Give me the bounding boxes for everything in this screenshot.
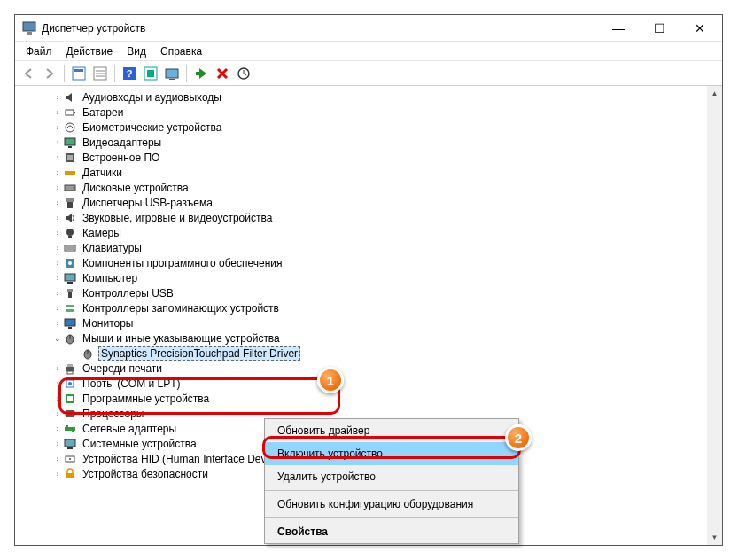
update-driver-button[interactable]: [162, 64, 182, 83]
menu-properties[interactable]: Свойства: [265, 520, 518, 543]
tree-item[interactable]: ›Очереди печати: [15, 361, 722, 376]
scroll-down-icon[interactable]: ▼: [707, 530, 722, 545]
menu-view[interactable]: Вид: [120, 43, 153, 59]
svg-rect-65: [66, 473, 74, 478]
menu-scan-hardware[interactable]: Обновить конфигурацию оборудования: [265, 493, 518, 516]
expand-icon[interactable]: ›: [52, 138, 63, 147]
expand-icon[interactable]: ›: [52, 439, 63, 448]
tree-item-label: Биометрические устройства: [81, 121, 223, 134]
svg-point-64: [69, 458, 71, 460]
tree-item[interactable]: ›Компоненты программного обеспечения: [15, 255, 722, 270]
app-icon: [22, 21, 36, 35]
minimize-button[interactable]: —: [598, 15, 639, 42]
tree-item[interactable]: ›Камеры: [15, 225, 722, 240]
svg-rect-36: [67, 289, 73, 292]
expand-icon[interactable]: ›: [52, 153, 63, 162]
scroll-up-icon[interactable]: ▲: [707, 86, 722, 101]
tree-item[interactable]: ›Порты (COM и LPT): [15, 376, 722, 391]
expand-icon[interactable]: ›: [52, 319, 63, 328]
expand-icon[interactable]: ›: [52, 424, 63, 433]
close-button[interactable]: ✕: [680, 15, 720, 42]
expand-icon[interactable]: ›: [52, 364, 63, 373]
tree-item[interactable]: ›Диспетчеры USB-разъема: [15, 195, 722, 210]
back-button[interactable]: [19, 64, 38, 83]
expand-icon[interactable]: ›: [52, 108, 63, 117]
tree-item[interactable]: ›Звуковые, игровые и видеоустройства: [15, 210, 722, 225]
tree-item[interactable]: ›Дисковые устройства: [15, 180, 722, 195]
toolbar: ?: [15, 61, 722, 86]
tree-item[interactable]: ›Компьютер: [15, 270, 722, 285]
expand-icon[interactable]: ›: [52, 289, 63, 298]
scan-hardware-button[interactable]: [234, 64, 253, 83]
tree-item-label: Процессоры: [81, 408, 146, 420]
expand-icon[interactable]: ⌄: [52, 334, 63, 343]
tree-item[interactable]: ›Видеоадаптеры: [15, 135, 722, 150]
properties-button[interactable]: [90, 64, 110, 83]
enable-button[interactable]: [191, 64, 211, 83]
expand-icon[interactable]: ›: [52, 394, 63, 403]
expand-icon[interactable]: ›: [52, 304, 63, 313]
menu-enable-device[interactable]: Включить устройство: [265, 442, 518, 465]
expand-icon[interactable]: ›: [52, 259, 63, 268]
tree-item[interactable]: ›Биометрические устройства: [15, 120, 722, 135]
tree-item[interactable]: ›Контроллеры запоминающих устройств: [15, 300, 722, 315]
svg-rect-19: [68, 146, 72, 148]
menu-update-driver[interactable]: Обновить драйвер: [265, 419, 518, 442]
forward-button[interactable]: [40, 64, 59, 83]
scrollbar[interactable]: ▲ ▼: [707, 86, 722, 545]
svg-rect-47: [67, 364, 73, 367]
menu-file[interactable]: Файл: [19, 43, 59, 59]
expand-icon[interactable]: ›: [52, 409, 63, 418]
svg-rect-29: [65, 245, 75, 251]
tree-item[interactable]: ⌄Мыши и иные указывающие устройства: [15, 331, 722, 346]
uninstall-button[interactable]: [213, 64, 232, 83]
battery-icon: [63, 105, 77, 120]
expand-icon[interactable]: ›: [52, 379, 63, 388]
sound-icon: [63, 211, 77, 225]
expand-icon[interactable]: ›: [52, 274, 63, 283]
menu-help[interactable]: Справка: [153, 43, 209, 59]
menu-uninstall-device[interactable]: Удалить устройство: [265, 465, 518, 488]
expand-icon[interactable]: ›: [52, 123, 63, 132]
maximize-button[interactable]: ☐: [639, 15, 680, 42]
titlebar: Диспетчер устройств — ☐ ✕: [15, 15, 722, 42]
tree-item[interactable]: ›Программные устройства: [15, 391, 722, 406]
expand-icon[interactable]: ›: [52, 229, 63, 237]
expand-icon[interactable]: ›: [52, 168, 63, 177]
expand-icon[interactable]: ›: [52, 244, 63, 253]
usb-icon: [63, 286, 77, 300]
tree-item-label: Программные устройства: [81, 393, 211, 405]
svg-rect-18: [65, 138, 75, 145]
disk-icon: [63, 181, 77, 195]
menu-action[interactable]: Действие: [59, 43, 120, 59]
tree-item-selected[interactable]: Synaptics PrecisionTouchpad Filter Drive…: [15, 346, 722, 361]
tree-item-label: Диспетчеры USB-разъема: [81, 197, 214, 209]
expand-icon[interactable]: ›: [52, 470, 63, 478]
tree-item-label: Клавиатуры: [81, 242, 144, 254]
tree-item[interactable]: ›Мониторы: [15, 315, 722, 331]
expand-icon[interactable]: ›: [52, 198, 63, 207]
help-button[interactable]: ?: [120, 64, 139, 83]
expand-icon[interactable]: ›: [52, 93, 63, 102]
svg-rect-35: [67, 282, 73, 284]
tree-item[interactable]: ›Аудиовходы и аудиовыходы: [15, 89, 722, 105]
svg-point-27: [66, 229, 74, 236]
tree-item[interactable]: ›Встроенное ПО: [15, 150, 722, 165]
svg-point-33: [68, 261, 72, 265]
show-hidden-button[interactable]: [69, 64, 89, 83]
tree-item[interactable]: ›Датчики: [15, 165, 722, 180]
expand-icon[interactable]: ›: [52, 214, 63, 222]
svg-point-17: [66, 123, 74, 132]
soft-device-icon: [63, 392, 77, 406]
expand-icon[interactable]: ›: [52, 455, 63, 463]
mouse-icon: [63, 331, 77, 346]
svg-rect-52: [67, 396, 73, 401]
tree-item[interactable]: ›Контроллеры USB: [15, 285, 722, 300]
tree-item-label: Звуковые, игровые и видеоустройства: [81, 212, 274, 224]
scan-button[interactable]: [141, 64, 160, 83]
tree-item[interactable]: ›Батареи: [15, 105, 722, 120]
tree-item-label: Сетевые адаптеры: [81, 423, 178, 435]
tree-item[interactable]: ›Клавиатуры: [15, 240, 722, 255]
expand-icon[interactable]: ›: [52, 183, 63, 192]
svg-point-24: [73, 187, 74, 189]
